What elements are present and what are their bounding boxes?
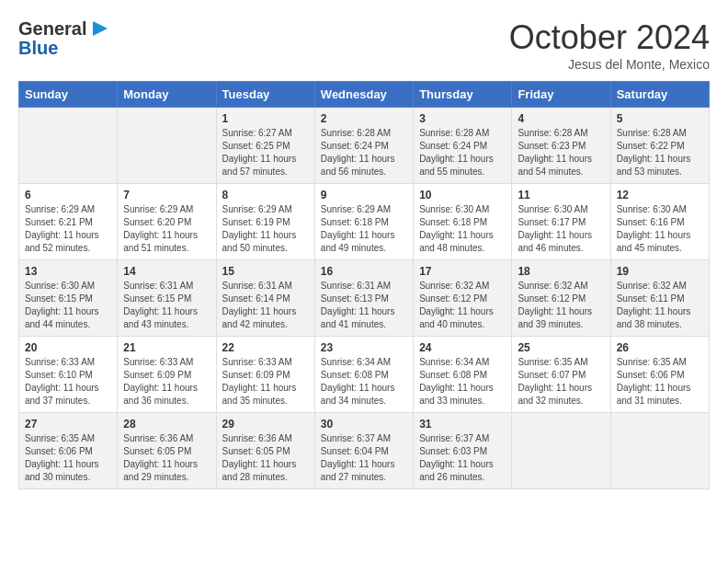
title-block: October 2024 Jesus del Monte, Mexico bbox=[509, 18, 710, 72]
calendar-cell: 7Sunrise: 6:29 AM Sunset: 6:20 PM Daylig… bbox=[118, 184, 216, 260]
day-info: Sunrise: 6:31 AM Sunset: 6:15 PM Dayligh… bbox=[123, 280, 210, 331]
day-number: 31 bbox=[419, 418, 506, 431]
day-info: Sunrise: 6:37 AM Sunset: 6:04 PM Dayligh… bbox=[321, 432, 407, 484]
day-number: 2 bbox=[321, 112, 407, 125]
day-number: 25 bbox=[518, 341, 604, 354]
calendar-cell: 24Sunrise: 6:34 AM Sunset: 6:08 PM Dayli… bbox=[414, 337, 512, 413]
day-number: 23 bbox=[321, 341, 407, 354]
calendar-cell: 26Sunrise: 6:35 AM Sunset: 6:06 PM Dayli… bbox=[610, 337, 709, 413]
svg-marker-0 bbox=[93, 21, 108, 36]
logo: General Blue bbox=[18, 18, 109, 57]
calendar-cell: 11Sunrise: 6:30 AM Sunset: 6:17 PM Dayli… bbox=[512, 184, 610, 260]
day-info: Sunrise: 6:30 AM Sunset: 6:15 PM Dayligh… bbox=[25, 280, 111, 331]
calendar-cell: 27Sunrise: 6:35 AM Sunset: 6:06 PM Dayli… bbox=[19, 413, 118, 489]
column-header-friday: Friday bbox=[512, 82, 610, 108]
calendar-cell bbox=[610, 413, 709, 489]
calendar-cell: 21Sunrise: 6:33 AM Sunset: 6:09 PM Dayli… bbox=[118, 337, 216, 413]
day-number: 7 bbox=[123, 189, 210, 201]
calendar-cell: 3Sunrise: 6:28 AM Sunset: 6:24 PM Daylig… bbox=[414, 108, 512, 184]
day-number: 27 bbox=[25, 418, 111, 431]
calendar-cell: 19Sunrise: 6:32 AM Sunset: 6:11 PM Dayli… bbox=[610, 260, 709, 337]
location-subtitle: Jesus del Monte, Mexico bbox=[509, 57, 710, 72]
calendar-cell: 12Sunrise: 6:30 AM Sunset: 6:16 PM Dayli… bbox=[610, 184, 709, 260]
day-number: 30 bbox=[321, 418, 407, 431]
calendar-cell: 28Sunrise: 6:36 AM Sunset: 6:05 PM Dayli… bbox=[118, 413, 216, 489]
day-number: 12 bbox=[617, 189, 703, 201]
month-title: October 2024 bbox=[509, 18, 710, 57]
day-number: 21 bbox=[123, 341, 210, 354]
column-header-tuesday: Tuesday bbox=[216, 82, 314, 108]
calendar-cell: 4Sunrise: 6:28 AM Sunset: 6:23 PM Daylig… bbox=[512, 108, 610, 184]
day-info: Sunrise: 6:32 AM Sunset: 6:12 PM Dayligh… bbox=[419, 280, 506, 331]
calendar-cell: 10Sunrise: 6:30 AM Sunset: 6:18 PM Dayli… bbox=[414, 184, 512, 260]
day-info: Sunrise: 6:32 AM Sunset: 6:11 PM Dayligh… bbox=[617, 280, 703, 331]
day-number: 10 bbox=[419, 189, 506, 201]
day-info: Sunrise: 6:29 AM Sunset: 6:19 PM Dayligh… bbox=[222, 203, 309, 255]
day-info: Sunrise: 6:33 AM Sunset: 6:10 PM Dayligh… bbox=[25, 356, 111, 408]
calendar-cell: 14Sunrise: 6:31 AM Sunset: 6:15 PM Dayli… bbox=[118, 260, 216, 337]
day-number: 14 bbox=[123, 265, 210, 278]
calendar-cell: 5Sunrise: 6:28 AM Sunset: 6:22 PM Daylig… bbox=[610, 108, 709, 184]
day-number: 20 bbox=[25, 341, 111, 354]
day-info: Sunrise: 6:29 AM Sunset: 6:20 PM Dayligh… bbox=[123, 203, 210, 255]
day-number: 15 bbox=[222, 265, 309, 278]
day-info: Sunrise: 6:35 AM Sunset: 6:06 PM Dayligh… bbox=[617, 356, 703, 408]
calendar-cell bbox=[512, 413, 610, 489]
day-number: 16 bbox=[321, 265, 407, 278]
day-info: Sunrise: 6:28 AM Sunset: 6:24 PM Dayligh… bbox=[419, 127, 506, 178]
day-info: Sunrise: 6:30 AM Sunset: 6:17 PM Dayligh… bbox=[518, 203, 604, 255]
day-info: Sunrise: 6:35 AM Sunset: 6:06 PM Dayligh… bbox=[25, 432, 111, 484]
day-number: 9 bbox=[321, 189, 407, 201]
calendar-cell: 20Sunrise: 6:33 AM Sunset: 6:10 PM Dayli… bbox=[19, 337, 118, 413]
day-number: 19 bbox=[617, 265, 703, 278]
day-number: 18 bbox=[518, 265, 604, 278]
calendar-cell: 9Sunrise: 6:29 AM Sunset: 6:18 PM Daylig… bbox=[314, 184, 413, 260]
day-number: 13 bbox=[25, 265, 111, 278]
calendar-cell: 15Sunrise: 6:31 AM Sunset: 6:14 PM Dayli… bbox=[216, 260, 314, 337]
day-info: Sunrise: 6:33 AM Sunset: 6:09 PM Dayligh… bbox=[222, 356, 309, 408]
calendar-week-row: 20Sunrise: 6:33 AM Sunset: 6:10 PM Dayli… bbox=[19, 337, 710, 413]
day-info: Sunrise: 6:36 AM Sunset: 6:05 PM Dayligh… bbox=[123, 432, 210, 484]
day-info: Sunrise: 6:34 AM Sunset: 6:08 PM Dayligh… bbox=[321, 356, 407, 408]
day-number: 29 bbox=[222, 418, 309, 431]
day-info: Sunrise: 6:32 AM Sunset: 6:12 PM Dayligh… bbox=[518, 280, 604, 331]
day-info: Sunrise: 6:31 AM Sunset: 6:13 PM Dayligh… bbox=[321, 280, 407, 331]
calendar-cell: 8Sunrise: 6:29 AM Sunset: 6:19 PM Daylig… bbox=[216, 184, 314, 260]
day-info: Sunrise: 6:33 AM Sunset: 6:09 PM Dayligh… bbox=[123, 356, 210, 408]
column-header-thursday: Thursday bbox=[414, 82, 512, 108]
day-number: 28 bbox=[123, 418, 210, 431]
calendar-cell: 13Sunrise: 6:30 AM Sunset: 6:15 PM Dayli… bbox=[19, 260, 118, 337]
day-info: Sunrise: 6:29 AM Sunset: 6:21 PM Dayligh… bbox=[25, 203, 111, 255]
calendar-cell: 16Sunrise: 6:31 AM Sunset: 6:13 PM Dayli… bbox=[314, 260, 413, 337]
day-info: Sunrise: 6:28 AM Sunset: 6:23 PM Dayligh… bbox=[518, 127, 604, 178]
day-number: 1 bbox=[222, 112, 309, 125]
calendar-week-row: 1Sunrise: 6:27 AM Sunset: 6:25 PM Daylig… bbox=[19, 108, 710, 184]
calendar-cell: 17Sunrise: 6:32 AM Sunset: 6:12 PM Dayli… bbox=[414, 260, 512, 337]
calendar-cell: 18Sunrise: 6:32 AM Sunset: 6:12 PM Dayli… bbox=[512, 260, 610, 337]
logo-arrow-icon bbox=[89, 18, 109, 39]
column-header-saturday: Saturday bbox=[610, 82, 709, 108]
day-number: 11 bbox=[518, 189, 604, 201]
day-number: 4 bbox=[518, 112, 604, 125]
calendar-cell: 23Sunrise: 6:34 AM Sunset: 6:08 PM Dayli… bbox=[314, 337, 413, 413]
day-info: Sunrise: 6:29 AM Sunset: 6:18 PM Dayligh… bbox=[321, 203, 407, 255]
calendar-cell: 1Sunrise: 6:27 AM Sunset: 6:25 PM Daylig… bbox=[216, 108, 314, 184]
calendar-cell: 29Sunrise: 6:36 AM Sunset: 6:05 PM Dayli… bbox=[216, 413, 314, 489]
logo-general: General bbox=[18, 18, 86, 39]
calendar-body: 1Sunrise: 6:27 AM Sunset: 6:25 PM Daylig… bbox=[19, 108, 710, 489]
calendar-cell: 2Sunrise: 6:28 AM Sunset: 6:24 PM Daylig… bbox=[314, 108, 413, 184]
day-info: Sunrise: 6:35 AM Sunset: 6:07 PM Dayligh… bbox=[518, 356, 604, 408]
calendar-cell: 30Sunrise: 6:37 AM Sunset: 6:04 PM Dayli… bbox=[314, 413, 413, 489]
calendar-header-row: SundayMondayTuesdayWednesdayThursdayFrid… bbox=[19, 82, 710, 108]
day-info: Sunrise: 6:28 AM Sunset: 6:24 PM Dayligh… bbox=[321, 127, 407, 178]
calendar-week-row: 27Sunrise: 6:35 AM Sunset: 6:06 PM Dayli… bbox=[19, 413, 710, 489]
calendar-week-row: 13Sunrise: 6:30 AM Sunset: 6:15 PM Dayli… bbox=[19, 260, 710, 337]
day-number: 26 bbox=[617, 341, 703, 354]
calendar-cell: 22Sunrise: 6:33 AM Sunset: 6:09 PM Dayli… bbox=[216, 337, 314, 413]
day-number: 24 bbox=[419, 341, 506, 354]
day-info: Sunrise: 6:36 AM Sunset: 6:05 PM Dayligh… bbox=[222, 432, 309, 484]
day-number: 3 bbox=[419, 112, 506, 125]
page-header: General Blue October 2024 Jesus del Mont… bbox=[18, 18, 710, 72]
day-info: Sunrise: 6:37 AM Sunset: 6:03 PM Dayligh… bbox=[419, 432, 506, 484]
day-info: Sunrise: 6:34 AM Sunset: 6:08 PM Dayligh… bbox=[419, 356, 506, 408]
